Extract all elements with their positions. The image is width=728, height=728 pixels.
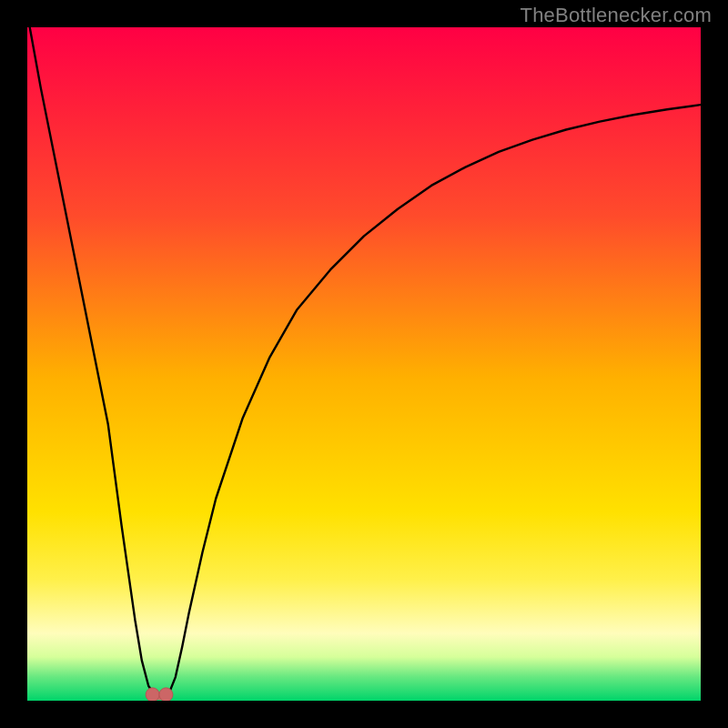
attribution-text: TheBottlenecker.com: [521, 4, 712, 27]
bottleneck-curve: [27, 27, 701, 696]
min-marker-left: [146, 688, 159, 701]
chart-root: TheBottlenecker.com: [0, 0, 728, 728]
plot-area: [27, 27, 701, 701]
curve-layer: [27, 27, 701, 701]
min-marker-right: [159, 688, 173, 701]
